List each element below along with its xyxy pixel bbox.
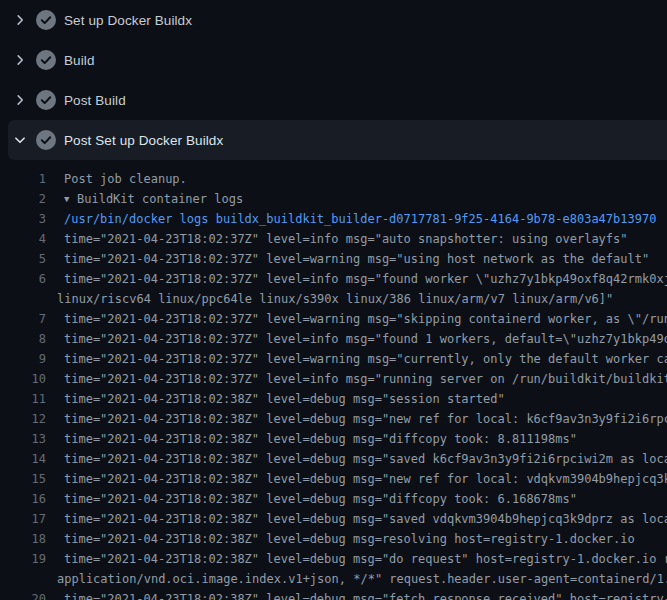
log-line-text: time="2021-04-23T18:02:38Z" level=debug …	[64, 549, 667, 569]
log-line-text: time="2021-04-23T18:02:38Z" level=debug …	[64, 449, 667, 469]
log-line-text: Post job cleanup.	[64, 169, 187, 189]
log-line-number[interactable]: 8	[0, 329, 46, 349]
log-row: application/vnd.oci.image.index.v1+json,…	[0, 569, 667, 589]
log-row: 16 time="2021-04-23T18:02:38Z" level=deb…	[0, 489, 667, 509]
job-steps-list: Set up Docker Buildx Build Post Build	[0, 0, 667, 160]
log-line-text: time="2021-04-23T18:02:38Z" level=debug …	[64, 469, 667, 489]
success-check-icon	[36, 90, 56, 110]
log-row: 13 time="2021-04-23T18:02:38Z" level=deb…	[0, 429, 667, 449]
log-line-text: time="2021-04-23T18:02:38Z" level=debug …	[64, 529, 635, 549]
success-check-icon	[36, 130, 56, 150]
log-line-text: BuildKit container logs	[77, 189, 243, 209]
log-line-text: time="2021-04-23T18:02:37Z" level=info m…	[64, 329, 667, 349]
log-line-text: time="2021-04-23T18:02:37Z" level=warnin…	[64, 309, 667, 329]
log-line-number[interactable]: 7	[0, 309, 46, 329]
chevron-right-icon	[12, 12, 28, 28]
log-row[interactable]: 2 ▼BuildKit container logs	[0, 189, 667, 209]
log-line-text: application/vnd.oci.image.index.v1+json,…	[57, 569, 667, 589]
step-header-set-up-docker-buildx[interactable]: Set up Docker Buildx	[0, 0, 667, 40]
log-line-text: time="2021-04-23T18:02:37Z" level=info m…	[64, 229, 628, 249]
log-line-number[interactable]: 10	[0, 369, 46, 389]
log-line-number[interactable]: 5	[0, 249, 46, 269]
log-row: 4 time="2021-04-23T18:02:37Z" level=info…	[0, 229, 667, 249]
chevron-right-icon	[12, 92, 28, 108]
log-line-number[interactable]: 12	[0, 409, 46, 429]
log-line-text: time="2021-04-23T18:02:38Z" level=debug …	[64, 429, 577, 449]
log-line-text: time="2021-04-23T18:02:38Z" level=debug …	[64, 409, 667, 429]
log-row: 6 time="2021-04-23T18:02:37Z" level=info…	[0, 269, 667, 289]
step-log-viewer: 1 Post job cleanup. 2 ▼BuildKit containe…	[0, 160, 667, 600]
log-row: 12 time="2021-04-23T18:02:38Z" level=deb…	[0, 409, 667, 429]
log-line-number[interactable]: 4	[0, 229, 46, 249]
log-group-expander-triangle-icon[interactable]: ▼	[64, 189, 77, 209]
log-row: 7 time="2021-04-23T18:02:37Z" level=warn…	[0, 309, 667, 329]
log-row: 14 time="2021-04-23T18:02:38Z" level=deb…	[0, 449, 667, 469]
log-row: 10 time="2021-04-23T18:02:37Z" level=inf…	[0, 369, 667, 389]
log-line-text: time="2021-04-23T18:02:37Z" level=info m…	[64, 369, 667, 389]
log-row: 9 time="2021-04-23T18:02:37Z" level=warn…	[0, 349, 667, 369]
step-title: Post Set up Docker Buildx	[64, 133, 223, 148]
log-line-number[interactable]: 3	[0, 209, 46, 229]
log-row: 11 time="2021-04-23T18:02:38Z" level=deb…	[0, 389, 667, 409]
log-line-text: time="2021-04-23T18:02:37Z" level=warnin…	[64, 349, 667, 369]
log-row: 18 time="2021-04-23T18:02:38Z" level=deb…	[0, 529, 667, 549]
step-title: Post Build	[64, 93, 126, 108]
step-header-post-set-up-docker-buildx[interactable]: Post Set up Docker Buildx	[8, 120, 667, 160]
log-line-number[interactable]: 14	[0, 449, 46, 469]
log-line-number[interactable]: 16	[0, 489, 46, 509]
log-row: linux/riscv64 linux/ppc64le linux/s390x …	[0, 289, 667, 309]
log-line-number	[0, 569, 46, 589]
log-line-number[interactable]: 2	[0, 189, 46, 209]
step-header-build[interactable]: Build	[0, 40, 667, 80]
step-title: Set up Docker Buildx	[64, 13, 192, 28]
log-row: 15 time="2021-04-23T18:02:38Z" level=deb…	[0, 469, 667, 489]
success-check-icon	[36, 50, 56, 70]
log-line-text: time="2021-04-23T18:02:38Z" level=debug …	[64, 389, 505, 409]
log-row: 17 time="2021-04-23T18:02:38Z" level=deb…	[0, 509, 667, 529]
log-line-number[interactable]: 18	[0, 529, 46, 549]
log-line-number[interactable]: 15	[0, 469, 46, 489]
log-row-command: 3 /usr/bin/docker logs buildx_buildkit_b…	[0, 209, 667, 229]
log-line-text: time="2021-04-23T18:02:38Z" level=debug …	[64, 589, 667, 600]
log-row: 19 time="2021-04-23T18:02:38Z" level=deb…	[0, 549, 667, 569]
log-line-number[interactable]: 6	[0, 269, 46, 289]
log-row: 8 time="2021-04-23T18:02:37Z" level=info…	[0, 329, 667, 349]
log-line-text: time="2021-04-23T18:02:38Z" level=debug …	[64, 509, 667, 529]
log-line-text: time="2021-04-23T18:02:38Z" level=debug …	[64, 489, 577, 509]
log-line-number[interactable]: 17	[0, 509, 46, 529]
log-line-number[interactable]: 9	[0, 349, 46, 369]
log-line-text: /usr/bin/docker logs buildx_buildkit_bui…	[64, 209, 656, 229]
step-title: Build	[64, 53, 95, 68]
log-line-text: time="2021-04-23T18:02:37Z" level=warnin…	[64, 249, 649, 269]
log-line-text: time="2021-04-23T18:02:37Z" level=info m…	[64, 269, 667, 289]
log-line-text: linux/riscv64 linux/ppc64le linux/s390x …	[57, 289, 613, 309]
log-line-number[interactable]: 19	[0, 549, 46, 569]
chevron-down-icon	[12, 132, 28, 148]
step-header-post-build[interactable]: Post Build	[0, 80, 667, 120]
log-row: 20 time="2021-04-23T18:02:38Z" level=deb…	[0, 589, 667, 600]
log-line-number[interactable]: 1	[0, 169, 46, 189]
log-line-number[interactable]: 20	[0, 589, 46, 600]
log-line-number[interactable]: 13	[0, 429, 46, 449]
log-row: 1 Post job cleanup.	[0, 169, 667, 189]
log-line-number[interactable]: 11	[0, 389, 46, 409]
log-line-number	[0, 289, 46, 309]
success-check-icon	[36, 10, 56, 30]
chevron-right-icon	[12, 52, 28, 68]
log-row: 5 time="2021-04-23T18:02:37Z" level=warn…	[0, 249, 667, 269]
